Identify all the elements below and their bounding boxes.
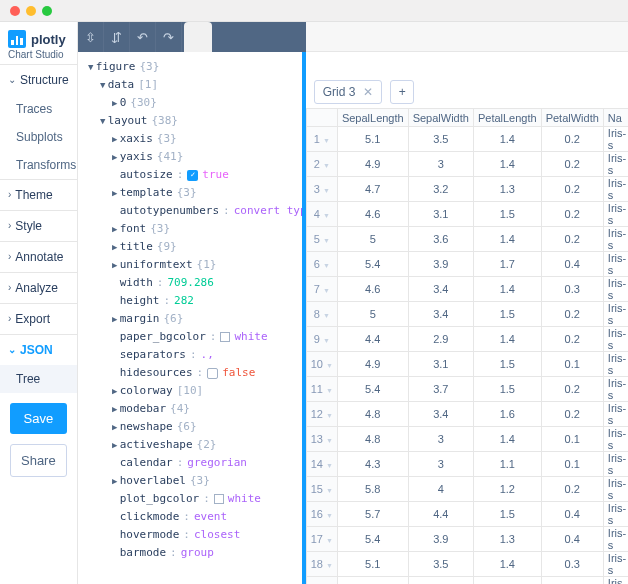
column-header[interactable]: Na [603,109,628,127]
row-number[interactable]: 6▼ [306,252,337,277]
table-row[interactable]: 11▼5.43.71.50.2Iris-s [306,377,628,402]
tree-row[interactable]: ▼figure{3} [82,58,298,76]
column-header[interactable]: SepalLength [337,109,408,127]
row-number[interactable]: 15▼ [306,477,337,502]
nav-transforms[interactable]: Transforms [0,151,77,179]
grid-tab[interactable]: Grid 3 ✕ [314,80,383,104]
row-number[interactable]: 3▼ [306,177,337,202]
nav-traces[interactable]: Traces [0,95,77,123]
tree-row[interactable]: ▶colorway[10] [82,382,298,400]
tree-row[interactable]: ▶margin{6} [82,310,298,328]
table-row[interactable]: 16▼5.74.41.50.4Iris-s [306,502,628,527]
table-row[interactable]: 15▼5.841.20.2Iris-s [306,477,628,502]
tree-row[interactable]: ▶0{30} [82,94,298,112]
row-number[interactable]: 11▼ [306,377,337,402]
tree-row[interactable]: separators:., [82,346,298,364]
collapse-icon[interactable]: ⇳ [78,22,104,52]
tree-row[interactable]: ▶title{9} [82,238,298,256]
undo-icon[interactable]: ↶ [130,22,156,52]
tree-row[interactable]: ▶template{3} [82,184,298,202]
table-row[interactable]: 12▼4.83.41.60.2Iris-s [306,402,628,427]
tree-row[interactable]: ▶activeshape{2} [82,436,298,454]
sidebar: plotly Chart Studio ⌄Structure Traces Su… [0,22,78,584]
tree-row[interactable]: barmode:group [82,544,298,562]
table-row[interactable]: 13▼4.831.40.1Iris-s [306,427,628,452]
redo-icon[interactable]: ↷ [156,22,182,52]
row-number[interactable]: 19▼ [306,577,337,585]
row-number[interactable]: 2▼ [306,152,337,177]
tree-row[interactable]: ▶xaxis{3} [82,130,298,148]
table-row[interactable]: 5▼53.61.40.2Iris-s [306,227,628,252]
row-number[interactable]: 18▼ [306,552,337,577]
grid-panel: Grid 3 ✕ + SepalLengthSepalWidthPetalLen… [306,22,628,584]
tree-row[interactable]: ▶newshape{6} [82,418,298,436]
table-row[interactable]: 14▼4.331.10.1Iris-s [306,452,628,477]
row-number[interactable]: 10▼ [306,352,337,377]
tree-row[interactable]: width:709.286 [82,274,298,292]
row-number[interactable]: 9▼ [306,327,337,352]
nav-style[interactable]: ›Style [0,211,77,241]
table-row[interactable]: 6▼5.43.91.70.4Iris-s [306,252,628,277]
json-tree[interactable]: ▼figure{3}▼data[1]▶0{30}▼layout{38}▶xaxi… [78,52,306,584]
row-number[interactable]: 12▼ [306,402,337,427]
nav-json[interactable]: ⌄JSON [0,335,77,365]
row-number[interactable]: 4▼ [306,202,337,227]
row-number[interactable]: 13▼ [306,427,337,452]
nav-export[interactable]: ›Export [0,304,77,334]
row-number[interactable]: 14▼ [306,452,337,477]
data-grid[interactable]: SepalLengthSepalWidthPetalLengthPetalWid… [306,108,628,584]
table-row[interactable]: 1▼5.13.51.40.2Iris-s [306,127,628,152]
tree-row[interactable]: ▶yaxis{41} [82,148,298,166]
row-number[interactable]: 8▼ [306,302,337,327]
tree-row[interactable]: plot_bgcolor:white [82,490,298,508]
share-button[interactable]: Share [10,444,67,477]
table-row[interactable]: 9▼4.42.91.40.2Iris-s [306,327,628,352]
nav-subplots[interactable]: Subplots [0,123,77,151]
table-row[interactable]: 2▼4.931.40.2Iris-s [306,152,628,177]
add-grid-button[interactable]: + [390,80,414,104]
tree-row[interactable]: hidesources:false [82,364,298,382]
expand-icon[interactable]: ⇵ [104,22,130,52]
tree-row[interactable]: autosize:✓true [82,166,298,184]
table-row[interactable]: 10▼4.93.11.50.1Iris-s [306,352,628,377]
nav-json-tree[interactable]: Tree [0,365,77,393]
nav-analyze[interactable]: ›Analyze [0,273,77,303]
table-row[interactable]: 19▼5.73.81.70.3Iris-s [306,577,628,585]
tree-row[interactable]: clickmode:event [82,508,298,526]
row-number[interactable]: 16▼ [306,502,337,527]
tree-row[interactable]: height:282 [82,292,298,310]
tree-row[interactable]: ▶font{3} [82,220,298,238]
maximize-icon[interactable] [42,6,52,16]
nav-structure[interactable]: ⌄Structure [0,65,77,95]
tree-row[interactable]: autotypenumbers:convert types [82,202,298,220]
tree-row[interactable]: hovermode:closest [82,526,298,544]
row-number[interactable]: 1▼ [306,127,337,152]
column-header[interactable]: PetalLength [473,109,541,127]
row-number[interactable]: 5▼ [306,227,337,252]
tree-row[interactable]: ▶modebar{4} [82,400,298,418]
table-row[interactable]: 17▼5.43.91.30.4Iris-s [306,527,628,552]
table-row[interactable]: 3▼4.73.21.30.2Iris-s [306,177,628,202]
nav-annotate[interactable]: ›Annotate [0,242,77,272]
column-header[interactable]: PetalWidth [541,109,603,127]
minimize-icon[interactable] [26,6,36,16]
row-number[interactable]: 7▼ [306,277,337,302]
tree-row[interactable]: ▶uniformtext{1} [82,256,298,274]
row-number[interactable]: 17▼ [306,527,337,552]
close-icon[interactable]: ✕ [363,85,373,99]
tree-toolbar: ⇳ ⇵ ↶ ↷ [78,22,306,52]
tree-row[interactable]: calendar:gregorian [82,454,298,472]
table-row[interactable]: 18▼5.13.51.40.3Iris-s [306,552,628,577]
table-row[interactable]: 4▼4.63.11.50.2Iris-s [306,202,628,227]
tree-tab[interactable] [184,22,212,52]
column-header[interactable]: SepalWidth [408,109,473,127]
save-button[interactable]: Save [10,403,67,434]
nav-theme[interactable]: ›Theme [0,180,77,210]
tree-row[interactable]: ▼data[1] [82,76,298,94]
table-row[interactable]: 8▼53.41.50.2Iris-s [306,302,628,327]
tree-row[interactable]: ▼layout{38} [82,112,298,130]
table-row[interactable]: 7▼4.63.41.40.3Iris-s [306,277,628,302]
tree-row[interactable]: paper_bgcolor:white [82,328,298,346]
close-icon[interactable] [10,6,20,16]
tree-row[interactable]: ▶hoverlabel{3} [82,472,298,490]
